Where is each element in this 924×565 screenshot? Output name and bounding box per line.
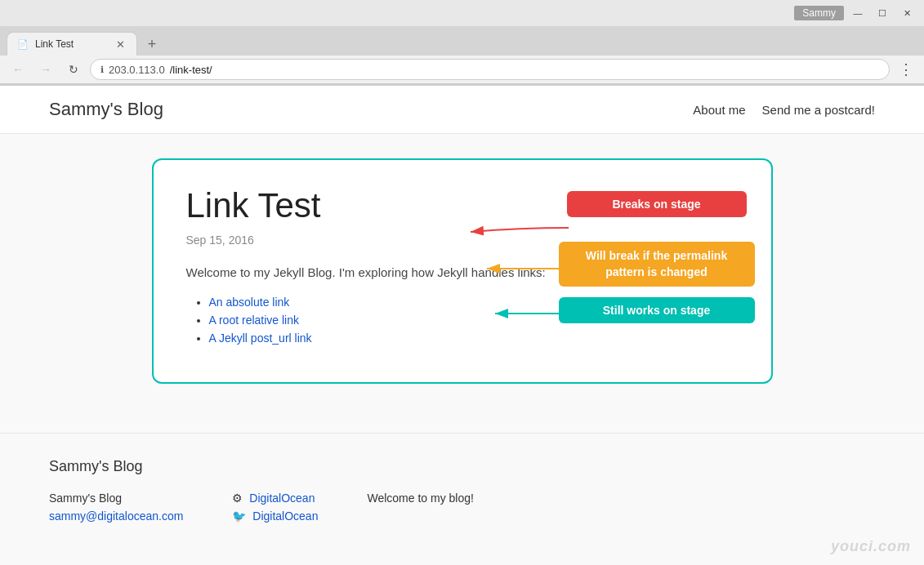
- post-card: Link Test Sep 15, 2016 Welcome to my Jek…: [152, 158, 773, 384]
- site-footer: Sammy's Blog Sammy's Blog sammy@digitalo…: [0, 433, 924, 547]
- footer-email-link[interactable]: sammy@digitalocean.com: [49, 509, 183, 523]
- tab-favicon-icon: 📄: [17, 39, 29, 50]
- forward-button[interactable]: →: [34, 58, 57, 81]
- profile-button[interactable]: Sammy: [794, 6, 844, 20]
- back-button[interactable]: ←: [7, 58, 29, 81]
- address-bar: ← → ↻ ℹ 203.0.113.0 /link-test/ ⋮: [0, 56, 924, 85]
- footer-github-item: ⚙ DigitalOcean: [232, 492, 318, 505]
- url-path: /link-test/: [170, 64, 212, 76]
- reload-button[interactable]: ↻: [62, 58, 85, 81]
- absolute-link[interactable]: An absolute link: [209, 296, 290, 309]
- browser-chrome: Sammy — ☐ ✕ 📄 Link Test ✕ + ← → ↻ ℹ 203.…: [0, 0, 924, 86]
- main-content: Link Test Sep 15, 2016 Welcome to my Jek…: [0, 134, 924, 408]
- post-url-link[interactable]: A Jekyll post_url link: [209, 331, 312, 345]
- tab-label: Link Test: [35, 38, 107, 50]
- list-item: An absolute link: [209, 296, 739, 309]
- site-nav: About me Send me a postcard!: [693, 103, 875, 117]
- title-bar: Sammy — ☐ ✕: [0, 0, 924, 26]
- post-date: Sep 15, 2016: [186, 234, 739, 247]
- page-content: Sammy's Blog About me Send me a postcard…: [0, 86, 924, 565]
- nav-postcard[interactable]: Send me a postcard!: [762, 103, 875, 117]
- minimize-button[interactable]: —: [847, 4, 868, 22]
- secure-icon: ℹ: [100, 65, 104, 75]
- footer-github-link[interactable]: DigitalOcean: [249, 492, 315, 505]
- footer-columns: Sammy's Blog sammy@digitalocean.com ⚙ Di…: [49, 492, 875, 523]
- footer-twitter-item: 🐦 DigitalOcean: [232, 509, 318, 523]
- footer-col-1: Sammy's Blog sammy@digitalocean.com: [49, 492, 183, 523]
- nav-about[interactable]: About me: [693, 103, 745, 117]
- footer-col-2: ⚙ DigitalOcean 🐦 DigitalOcean: [232, 492, 318, 523]
- browser-menu-button[interactable]: ⋮: [895, 58, 917, 81]
- restore-button[interactable]: ☐: [872, 4, 893, 22]
- tab-close-button[interactable]: ✕: [114, 38, 127, 51]
- list-item: A root relative link: [209, 314, 739, 327]
- twitter-icon: 🐦: [232, 509, 246, 523]
- post-title: Link Test: [186, 186, 739, 225]
- footer-title: Sammy's Blog: [49, 458, 875, 475]
- post-intro: Welcome to my Jekyll Blog. I'm exploring…: [186, 263, 739, 282]
- footer-blog-name: Sammy's Blog: [49, 492, 183, 505]
- site-title: Sammy's Blog: [49, 99, 163, 120]
- root-relative-link[interactable]: A root relative link: [209, 314, 300, 327]
- post-links-list: An absolute link A root relative link A …: [186, 296, 739, 345]
- site-header: Sammy's Blog About me Send me a postcard…: [0, 86, 924, 134]
- footer-welcome-text: Welcome to my blog!: [367, 492, 473, 505]
- tab-bar: 📄 Link Test ✕ +: [0, 26, 924, 56]
- url-bar[interactable]: ℹ 203.0.113.0 /link-test/: [90, 59, 890, 80]
- list-item: A Jekyll post_url link: [209, 331, 739, 345]
- close-button[interactable]: ✕: [896, 4, 917, 22]
- url-scheme: 203.0.113.0: [109, 64, 165, 76]
- footer-col-3: Welcome to my blog!: [367, 492, 473, 523]
- footer-twitter-link[interactable]: DigitalOcean: [252, 509, 318, 523]
- github-icon: ⚙: [232, 492, 243, 505]
- active-tab[interactable]: 📄 Link Test ✕: [7, 32, 137, 56]
- new-tab-button[interactable]: +: [141, 33, 163, 56]
- title-bar-controls: Sammy — ☐ ✕: [794, 4, 917, 22]
